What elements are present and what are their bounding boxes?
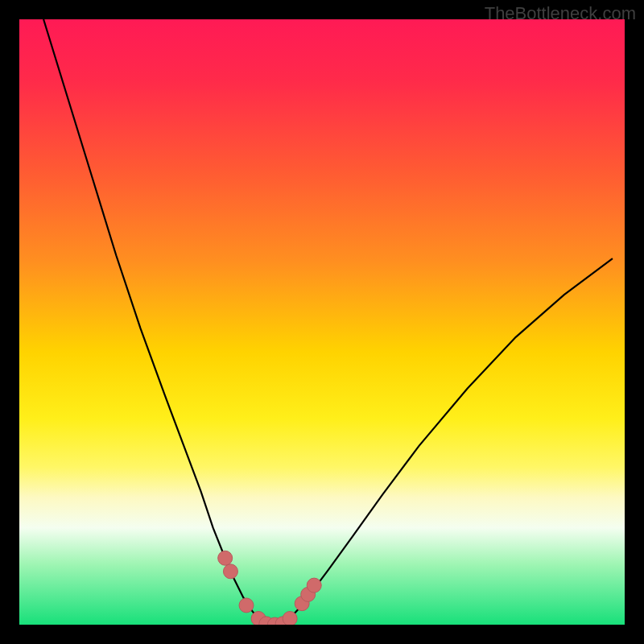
data-marker: [283, 611, 297, 625]
chart-frame: TheBottleneck.com: [0, 0, 644, 644]
data-marker: [307, 578, 321, 592]
watermark-text: TheBottleneck.com: [485, 3, 636, 24]
chart-plot-area: [19, 19, 625, 625]
data-marker: [223, 564, 237, 579]
chart-svg: [19, 19, 625, 625]
data-marker: [239, 598, 254, 613]
data-marker: [218, 551, 233, 565]
